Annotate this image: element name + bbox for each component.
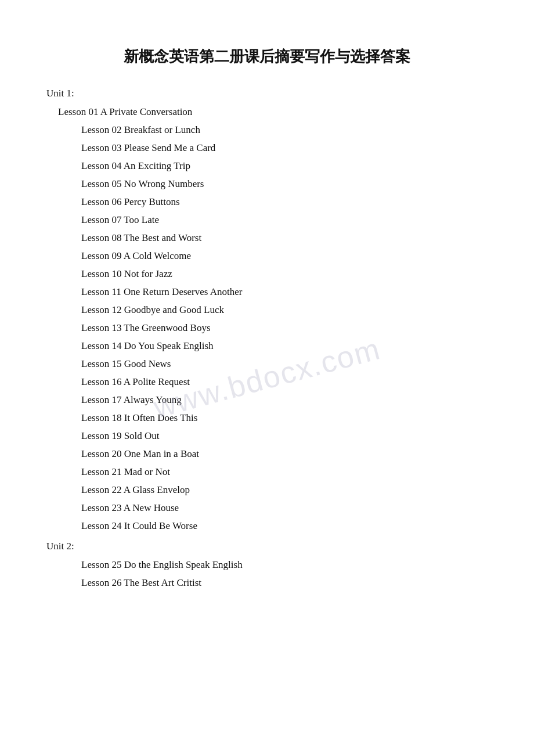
list-item: Lesson 05 No Wrong Numbers [81, 175, 488, 193]
list-item: Lesson 21 Mad or Not [81, 463, 488, 481]
list-item: Lesson 17 Always Young [81, 391, 488, 409]
list-item: Lesson 24 It Could Be Worse [81, 517, 488, 535]
content-area: Unit 1:Lesson 01 A Private ConversationL… [46, 88, 488, 592]
list-item: Lesson 02 Breakfast or Lunch [81, 121, 488, 139]
list-item: Lesson 18 It Often Does This [81, 409, 488, 427]
list-item: Lesson 25 Do the English Speak English [81, 556, 488, 574]
list-item: Lesson 16 A Polite Request [81, 373, 488, 391]
unit-2: Unit 2:Lesson 25 Do the English Speak En… [46, 541, 488, 592]
list-item: Lesson 13 The Greenwood Boys [81, 319, 488, 337]
list-item: Lesson 04 An Exciting Trip [81, 157, 488, 175]
page-title: 新概念英语第二册课后摘要写作与选择答案 [46, 46, 488, 67]
list-item: Lesson 23 A New House [81, 499, 488, 517]
list-item: Lesson 12 Goodbye and Good Luck [81, 301, 488, 319]
list-item: Lesson 08 The Best and Worst [81, 229, 488, 247]
list-item: Lesson 06 Percy Buttons [81, 193, 488, 211]
list-item: Lesson 19 Sold Out [81, 427, 488, 445]
list-item: Lesson 14 Do You Speak English [81, 337, 488, 355]
unit-1: Unit 1:Lesson 01 A Private ConversationL… [46, 88, 488, 535]
list-item: Lesson 07 Too Late [81, 211, 488, 229]
list-item: Lesson 26 The Best Art Critist [81, 574, 488, 592]
list-item: Lesson 09 A Cold Welcome [81, 247, 488, 265]
list-item: Lesson 20 One Man in a Boat [81, 445, 488, 463]
list-item: Lesson 03 Please Send Me a Card [81, 139, 488, 157]
list-item: Lesson 15 Good News [81, 355, 488, 373]
list-item: Lesson 01 A Private Conversation [58, 103, 488, 121]
unit-1-label: Unit 1: [46, 88, 488, 99]
list-item: Lesson 11 One Return Deserves Another [81, 283, 488, 301]
unit-2-label: Unit 2: [46, 541, 488, 552]
list-item: Lesson 22 A Glass Envelop [81, 481, 488, 499]
list-item: Lesson 10 Not for Jazz [81, 265, 488, 283]
